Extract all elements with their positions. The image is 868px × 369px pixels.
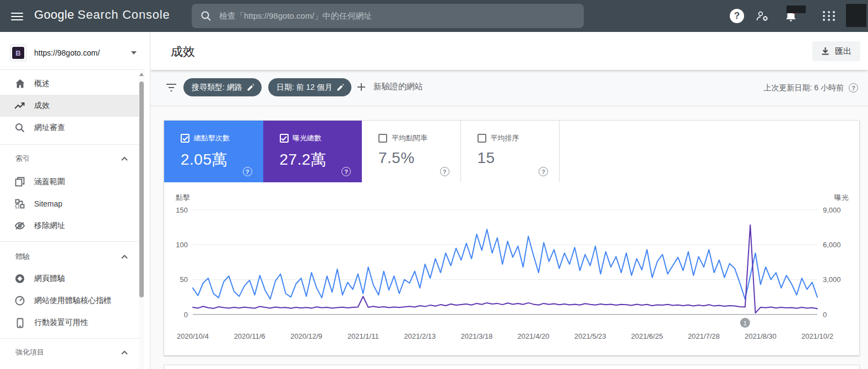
sidebar-section-experience[interactable]: 體驗 [0, 247, 144, 267]
help-button[interactable]: ? [729, 8, 745, 24]
divider [0, 144, 144, 145]
export-button[interactable]: 匯出 [812, 41, 860, 61]
svg-text:100: 100 [176, 241, 188, 249]
metric-help-icon[interactable]: ? [440, 167, 449, 176]
avatar[interactable] [846, 4, 866, 27]
download-icon [821, 47, 829, 56]
chevron-up-icon [121, 254, 128, 259]
svg-text:9,000: 9,000 [823, 206, 841, 214]
metric-label: 總點擊次數 [194, 133, 230, 143]
eye-off-icon [14, 221, 25, 230]
sidebar-item-removals[interactable]: 移除網址 [0, 215, 144, 237]
divider [0, 338, 144, 339]
svg-text:曝光: 曝光 [834, 193, 849, 202]
property-selector[interactable]: B https://98goto.com/ [0, 37, 144, 68]
search-icon [14, 123, 25, 133]
metric-value: 27.2萬 [280, 149, 327, 170]
svg-text:0: 0 [823, 311, 827, 319]
property-favicon: B [10, 45, 26, 61]
svg-text:2021/8/30: 2021/8/30 [745, 332, 777, 340]
user-settings-icon [755, 9, 769, 23]
filter-bar: 搜尋類型: 網路 日期: 前 12 個月 新驗證的網站 上次更新日期: 6 小時… [150, 70, 868, 106]
page-header: 成效 匯出 [150, 32, 868, 70]
svg-text:2020/11/6: 2020/11/6 [234, 332, 265, 340]
metric-cards: 總點擊次數 2.05萬 ? 曝光總數 27.2萬 ? 平均點閱率 7.5% [164, 121, 859, 182]
svg-text:2021/10/2: 2021/10/2 [801, 332, 833, 340]
edit-pencil-icon [247, 84, 254, 91]
url-inspect-search-input[interactable]: 檢查「https://98goto.com/」中的任何網址 [192, 4, 584, 28]
sidebar-item-overview[interactable]: 概述 [0, 73, 144, 95]
sidebar-item-core-web-vitals[interactable]: 網站使用體驗核心指標 [0, 290, 144, 312]
search-icon [200, 10, 211, 21]
chevron-up-icon [121, 350, 128, 355]
sidebar-section-index[interactable]: 索引 [0, 149, 144, 169]
edit-pencil-icon [337, 84, 344, 91]
sitemap-icon [14, 199, 25, 209]
sidebar-section-enhancements[interactable]: 強化項目 [0, 343, 144, 362]
metric-card-average-ctr[interactable]: 平均點閱率 7.5% ? [362, 121, 461, 182]
svg-text:0: 0 [184, 311, 188, 319]
apps-grid-icon [823, 11, 836, 21]
date-filter-chip[interactable]: 日期: 前 12 個月 [268, 78, 351, 96]
checkbox-checked-icon[interactable] [181, 134, 189, 143]
metric-help-icon[interactable]: ? [243, 167, 252, 176]
new-filter-button[interactable]: 新驗證的網站 [357, 82, 423, 92]
svg-text:2021/3/18: 2021/3/18 [461, 332, 493, 340]
svg-text:2020/12/9: 2020/12/9 [290, 332, 322, 340]
page-experience-icon [14, 274, 25, 284]
scroll-up-icon[interactable] [139, 73, 144, 76]
svg-text:150: 150 [176, 206, 188, 214]
svg-text:50: 50 [180, 275, 188, 284]
brand-search-console: Search Console [78, 8, 170, 21]
performance-line-chart[interactable]: 00503,0001006,0001509,000點擊曝光2020/10/420… [164, 182, 860, 356]
svg-text:3,000: 3,000 [823, 275, 841, 284]
svg-text:2021/4/20: 2021/4/20 [518, 332, 550, 340]
svg-text:1: 1 [744, 320, 747, 327]
hamburger-menu-icon[interactable] [11, 10, 24, 21]
metric-label: 曝光總數 [293, 133, 322, 143]
top-app-bar: GoogleSearch Console 檢查「https://98goto.c… [0, 0, 868, 32]
pages-icon [14, 177, 25, 187]
last-updated-help-icon[interactable]: ? [849, 83, 858, 93]
sidebar-scrollbar[interactable] [139, 70, 144, 369]
sidebar-item-url-inspection[interactable]: 網址審查 [0, 117, 144, 139]
plus-icon [357, 83, 366, 91]
sidebar-item-mobile-usability[interactable]: 行動裝置可用性 [0, 312, 144, 334]
search-placeholder: 檢查「https://98goto.com/」中的任何網址 [219, 11, 372, 21]
metric-card-total-impressions[interactable]: 曝光總數 27.2萬 ? [263, 121, 362, 182]
sidebar-item-coverage[interactable]: 涵蓋範圍 [0, 171, 144, 193]
home-icon [14, 79, 25, 89]
svg-text:2021/2/13: 2021/2/13 [404, 332, 436, 340]
metric-help-icon[interactable]: ? [539, 167, 548, 176]
metric-label: 平均排序 [491, 133, 519, 143]
scrollbar-thumb[interactable] [139, 82, 144, 297]
export-label: 匯出 [835, 46, 851, 57]
metric-label: 平均點閱率 [392, 133, 427, 143]
metric-card-total-clicks[interactable]: 總點擊次數 2.05萬 ? [164, 121, 263, 182]
svg-text:2020/10/4: 2020/10/4 [177, 332, 209, 340]
redaction-box [786, 6, 806, 13]
metric-card-average-position[interactable]: 平均排序 15 ? [461, 121, 560, 182]
sidebar-item-performance[interactable]: 成效 [0, 95, 144, 117]
sidebar-item-sitemaps[interactable]: Sitemap [0, 193, 144, 215]
last-updated-text: 上次更新日期: 6 小時前 [764, 83, 844, 93]
user-settings-button[interactable] [755, 8, 770, 24]
filter-icon[interactable] [166, 83, 177, 92]
checkbox-checked-icon[interactable] [280, 134, 289, 143]
content-area: 總點擊次數 2.05萬 ? 曝光總數 27.2萬 ? 平均點閱率 7.5% [150, 106, 868, 369]
next-card-edge [164, 365, 860, 369]
performance-card: 總點擊次數 2.05萬 ? 曝光總數 27.2萬 ? 平均點閱率 7.5% [164, 120, 860, 356]
checkbox-unchecked-icon[interactable] [378, 134, 387, 143]
sidebar-item-page-experience[interactable]: 網頁體驗 [0, 268, 144, 290]
checkbox-unchecked-icon[interactable] [478, 134, 486, 143]
help-icon: ? [730, 9, 744, 23]
page-title: 成效 [171, 44, 195, 60]
google-apps-button[interactable] [822, 8, 837, 24]
svg-text:2021/1/11: 2021/1/11 [348, 332, 379, 340]
sidebar: B https://98goto.com/ 概述 成效 網址審查 索引 涵蓋範圍… [0, 32, 150, 369]
app-logo[interactable]: GoogleSearch Console [34, 8, 170, 22]
svg-text:2021/5/23: 2021/5/23 [574, 332, 606, 340]
metric-help-icon[interactable]: ? [341, 167, 351, 176]
search-type-filter-chip[interactable]: 搜尋類型: 網路 [183, 78, 262, 96]
chevron-up-icon [121, 156, 128, 161]
